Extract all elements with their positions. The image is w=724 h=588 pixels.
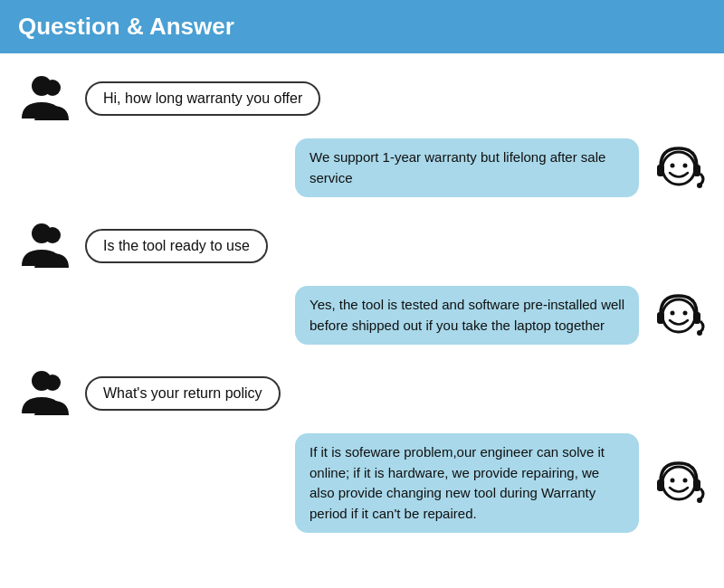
user-message-1: Hi, how long warranty you offer	[18, 71, 706, 126]
svg-point-17	[44, 375, 61, 391]
page-header: Question & Answer	[0, 0, 724, 53]
agent-message-2: Yes, the tool is tested and software pre…	[18, 286, 706, 345]
user-message-2: Is the tool ready to use	[18, 219, 706, 273]
user-icon-3	[18, 366, 72, 421]
svg-point-5	[662, 152, 695, 185]
svg-point-7	[683, 163, 688, 167]
agent-bubble-3: If it is sofeware problem,our engineer c…	[295, 433, 639, 533]
svg-point-14	[671, 310, 675, 315]
svg-point-20	[697, 498, 702, 503]
agent-message-1: We support 1-year warranty but lifelong …	[18, 138, 706, 197]
user-bubble-3: What's your return policy	[85, 376, 281, 411]
user-icon-1	[18, 71, 72, 126]
svg-point-13	[662, 299, 695, 332]
svg-point-22	[671, 479, 675, 483]
user-bubble-1: Hi, how long warranty you offer	[85, 81, 320, 116]
agent-icon-1	[652, 141, 706, 195]
user-message-3: What's your return policy	[18, 366, 706, 421]
user-icon-2	[18, 219, 72, 273]
svg-point-15	[683, 310, 688, 315]
user-bubble-2: Is the tool ready to use	[85, 229, 268, 263]
page-title: Question & Answer	[18, 13, 706, 41]
chat-container: Hi, how long warranty you offer We suppo…	[0, 53, 724, 564]
svg-point-21	[662, 467, 695, 499]
svg-point-1	[44, 80, 61, 96]
svg-point-4	[697, 183, 702, 188]
svg-point-6	[671, 163, 675, 167]
agent-icon-3	[652, 456, 706, 510]
svg-point-23	[683, 479, 688, 483]
agent-bubble-2: Yes, the tool is tested and software pre…	[295, 286, 639, 345]
svg-point-12	[697, 330, 702, 336]
agent-message-3: If it is sofeware problem,our engineer c…	[18, 433, 706, 533]
svg-point-9	[44, 227, 61, 243]
agent-bubble-1: We support 1-year warranty but lifelong …	[295, 138, 639, 197]
agent-icon-2	[652, 289, 706, 343]
